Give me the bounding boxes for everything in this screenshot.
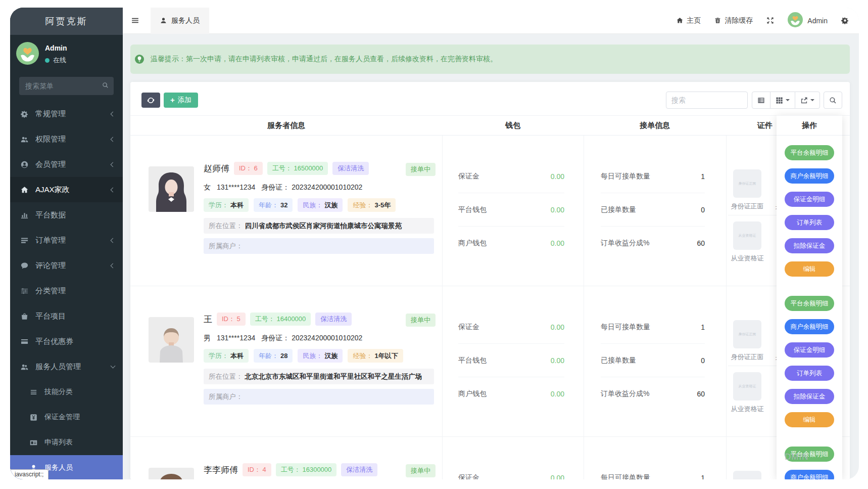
sidebar-item-12[interactable]: 保证金管理 <box>10 405 123 430</box>
refresh-button[interactable] <box>141 93 160 108</box>
sidebar-item-label: 申请列表 <box>44 438 73 447</box>
orders-cell: 每日可接单数量1已接单数量0订单收益分成%60 <box>601 461 705 479</box>
action-button[interactable]: 扣除保证金 <box>785 389 834 404</box>
sidebar-item-label: 服务人员 <box>44 463 73 472</box>
sidebar-item-label: 常规管理 <box>35 109 66 119</box>
status-badge: 接单中 <box>406 163 436 176</box>
plus-icon: + <box>170 96 175 104</box>
certificate-item: 身份证正面 身份证正面 <box>728 471 766 479</box>
view-button-group <box>752 92 820 109</box>
columns-dropdown-button[interactable] <box>770 92 795 109</box>
ethnic-badge: 民族：汉族 <box>298 198 343 212</box>
sidebar-item-9[interactable]: 平台优惠券 <box>10 329 123 354</box>
trash-icon <box>714 17 721 24</box>
action-button[interactable]: 编辑 <box>785 412 834 427</box>
action-button[interactable]: 保证金明细 <box>785 342 834 358</box>
sidebar: 阿贾克斯 Admin 在线 常规管理 权限管理 会员管理 <box>10 8 123 479</box>
merchant-field: 所属商户： <box>204 238 434 254</box>
settings-gear-icon[interactable] <box>841 17 849 24</box>
add-button[interactable]: + 添加 <box>164 93 198 108</box>
job-number-badge: 工号： 16500000 <box>267 162 328 175</box>
worker-avatar <box>149 468 194 479</box>
action-button[interactable]: 订单列表 <box>785 366 834 381</box>
fullscreen-icon[interactable] <box>766 17 774 24</box>
certificate-label: 从业资格证 <box>728 254 766 263</box>
user-avatar <box>16 42 39 67</box>
sidebar-item-6[interactable]: 评论管理 <box>10 253 123 278</box>
column-header: 服务者信息 <box>130 116 442 135</box>
certificate-thumbnail[interactable]: 身份证正面 <box>733 169 761 198</box>
sidebar-item-2[interactable]: 会员管理 <box>10 152 123 177</box>
worker-avatar <box>149 317 194 363</box>
lightbulb-icon <box>135 55 144 64</box>
table-row: 王 ID： 5 工号： 16400000 保洁清洗 接单中 男131****12… <box>130 286 850 437</box>
grid-icon <box>776 97 783 104</box>
certificate-thumbnail[interactable]: 从业资格证 <box>733 221 761 250</box>
orders-icon <box>20 237 29 244</box>
row-actions: 平台余额明细商户余额明细保证金明细订单列表扣除保证金编辑 <box>777 136 842 286</box>
location-field: 所在位置：北京北京市东城区和平里街道和平里社区和平之星生活广场 <box>204 369 434 384</box>
sidebar-item-11[interactable]: 技能分类 <box>10 379 123 405</box>
hamburger-menu-icon[interactable] <box>131 16 139 25</box>
experience-badge: 经验：1年以下 <box>348 349 403 363</box>
sidebar-search <box>19 77 114 95</box>
merchant-field: 所属商户： <box>204 389 434 405</box>
certificate-label: 从业资格证 <box>728 405 766 414</box>
sidebar-item-8[interactable]: 平台项目 <box>10 303 123 329</box>
certificate-label: 身份证正面 <box>728 352 766 362</box>
sidebar-item-13[interactable]: 申请列表 <box>10 430 123 455</box>
certificate-thumbnail[interactable]: 身份证正面 <box>733 320 761 348</box>
action-button[interactable]: 订单列表 <box>785 215 834 230</box>
action-button[interactable]: 平台余额明细 <box>785 296 834 311</box>
id-badge: ID： 4 <box>243 463 271 476</box>
refresh-icon <box>147 97 155 104</box>
topbar-user[interactable]: Admin <box>788 12 828 29</box>
caret-down-icon <box>810 99 814 103</box>
sidebar-item-5[interactable]: 订单管理 <box>10 228 123 253</box>
action-button[interactable]: 商户余额明细 <box>785 470 834 479</box>
online-dot <box>45 58 50 63</box>
person-icon <box>160 17 167 24</box>
sidebar-item-label: AJAX家政 <box>35 185 70 195</box>
advanced-search-button[interactable] <box>824 92 842 109</box>
skill-badge: 保洁清洗 <box>315 313 352 326</box>
sidebar-item-3[interactable]: AJAX家政 <box>10 177 123 202</box>
table-row: 李李师傅 ID： 4 工号： 16300000 保洁清洗 接单中 女131***… <box>130 437 850 479</box>
action-button[interactable]: 扣除保证金 <box>785 238 834 253</box>
export-icon <box>800 97 808 104</box>
sidebar-item-4[interactable]: 平台数据 <box>10 202 123 228</box>
action-button[interactable]: 保证金明细 <box>785 192 834 207</box>
education-badge: 学历：本科 <box>204 198 249 212</box>
table-search-input[interactable] <box>666 92 748 109</box>
sidebar-item-label: 平台优惠券 <box>35 337 73 346</box>
certificate-thumbnail[interactable]: 从业资格证 <box>733 372 761 401</box>
list-view-button[interactable] <box>752 92 770 109</box>
status-badge: 接单中 <box>406 464 436 477</box>
action-button[interactable]: 商户余额明细 <box>785 319 834 334</box>
certificate-thumbnail[interactable]: 身份证正面 <box>733 471 761 479</box>
tab-service-staff[interactable]: 服务人员 <box>151 8 209 34</box>
clear-cache-link[interactable]: 清除缓存 <box>714 16 753 25</box>
table-body: 赵师傅 ID： 6 工号： 16500000 保洁清洗 接单中 女131****… <box>130 136 850 479</box>
export-dropdown-button[interactable] <box>795 92 820 109</box>
yen-icon <box>29 414 38 421</box>
topbar: 服务人员 主页 清除缓存 Admin <box>123 8 859 34</box>
wallet-cell: 保证金0.00平台钱包0.00商户钱包0.00 <box>458 461 564 479</box>
action-button[interactable]: 平台余额明细 <box>785 145 834 160</box>
search-icon <box>829 97 837 104</box>
sidebar-search-input[interactable] <box>19 77 114 95</box>
action-button[interactable]: 编辑 <box>785 261 834 277</box>
app-logo: 阿贾克斯 <box>10 8 123 35</box>
action-button[interactable]: 商户余额明细 <box>785 168 834 184</box>
sidebar-item-0[interactable]: 常规管理 <box>10 101 123 126</box>
ethnic-badge: 民族：汉族 <box>298 349 343 363</box>
orders-cell: 每日可接单数量1已接单数量0订单收益分成%60 <box>601 160 705 260</box>
chevron-left-icon <box>111 263 116 268</box>
sidebar-item-10[interactable]: 服务人员管理 <box>10 354 123 379</box>
home-link[interactable]: 主页 <box>677 16 701 25</box>
id-badge: ID： 5 <box>217 313 246 326</box>
sidebar-item-1[interactable]: 权限管理 <box>10 126 123 152</box>
sidebar-item-7[interactable]: 分类管理 <box>10 278 123 303</box>
idcard-icon <box>29 439 38 447</box>
search-icon <box>102 82 109 88</box>
